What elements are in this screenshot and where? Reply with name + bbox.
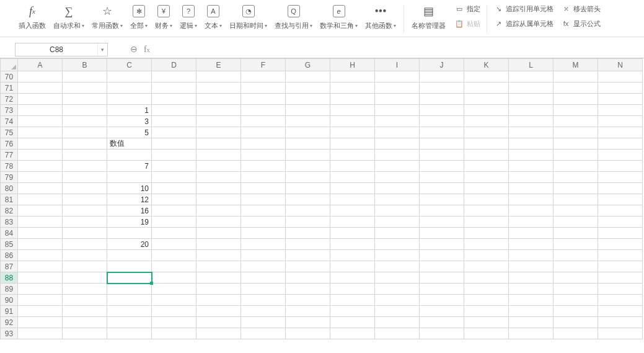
- cell-L76[interactable]: [509, 138, 554, 150]
- cell-M92[interactable]: [554, 317, 598, 328]
- row-header-70[interactable]: 70: [1, 71, 18, 83]
- cell-G83[interactable]: [286, 217, 330, 228]
- cell-C72[interactable]: [107, 94, 152, 105]
- cell-N77[interactable]: [598, 150, 643, 161]
- cell-F85[interactable]: [241, 239, 286, 250]
- cell-C93[interactable]: [107, 328, 152, 339]
- cell-D90[interactable]: [152, 295, 196, 306]
- cell-N70[interactable]: [598, 71, 643, 83]
- row-header-85[interactable]: 85: [1, 239, 18, 250]
- cell-G78[interactable]: [286, 161, 330, 172]
- cell-F79[interactable]: [241, 172, 286, 183]
- cell-F73[interactable]: [241, 105, 286, 116]
- cell-H85[interactable]: [330, 239, 375, 250]
- cell-N75[interactable]: [598, 127, 643, 138]
- row-header-71[interactable]: 71: [1, 83, 18, 94]
- cell-N88[interactable]: [598, 272, 643, 284]
- cell-I78[interactable]: [375, 161, 420, 172]
- cell-B91[interactable]: [63, 306, 107, 317]
- cell-F71[interactable]: [241, 83, 286, 94]
- cell-H83[interactable]: [330, 217, 375, 228]
- column-header-I[interactable]: I: [375, 59, 420, 71]
- row-header-84[interactable]: 84: [1, 228, 18, 239]
- trace-precedents-button[interactable]: ↘ 追踪引用单元格: [491, 2, 556, 15]
- cell-L80[interactable]: [509, 183, 554, 194]
- cell-E83[interactable]: [196, 217, 241, 228]
- cell-N82[interactable]: [598, 205, 643, 217]
- cell-H78[interactable]: [330, 161, 375, 172]
- cell-M76[interactable]: [554, 138, 598, 150]
- cell-B78[interactable]: [63, 161, 107, 172]
- cell-G75[interactable]: [286, 127, 330, 138]
- cell-D86[interactable]: [152, 250, 196, 261]
- cell-G88[interactable]: [286, 272, 330, 284]
- cell-A78[interactable]: [18, 161, 63, 172]
- cell-N92[interactable]: [598, 317, 643, 328]
- cell-C81[interactable]: 12: [107, 194, 152, 205]
- text-button[interactable]: A 文本▾: [205, 2, 222, 30]
- cell-M73[interactable]: [554, 105, 598, 116]
- cell-M81[interactable]: [554, 194, 598, 205]
- cell-L90[interactable]: [509, 295, 554, 306]
- cell-N76[interactable]: [598, 138, 643, 150]
- cell-C89[interactable]: [107, 284, 152, 295]
- cell-K82[interactable]: [464, 205, 509, 217]
- column-header-J[interactable]: J: [420, 59, 464, 71]
- cell-D78[interactable]: [152, 161, 196, 172]
- cell-K79[interactable]: [464, 172, 509, 183]
- cell-J89[interactable]: [420, 284, 464, 295]
- cell-B71[interactable]: [63, 83, 107, 94]
- cell-C91[interactable]: [107, 306, 152, 317]
- cell-I72[interactable]: [375, 94, 420, 105]
- cell-K89[interactable]: [464, 284, 509, 295]
- cell-F81[interactable]: [241, 194, 286, 205]
- column-header-C[interactable]: C: [107, 59, 152, 71]
- cell-C75[interactable]: 5: [107, 127, 152, 138]
- cell-B88[interactable]: [63, 272, 107, 284]
- cell-F77[interactable]: [241, 150, 286, 161]
- cell-F74[interactable]: [241, 116, 286, 127]
- cell-I80[interactable]: [375, 183, 420, 194]
- cell-L74[interactable]: [509, 116, 554, 127]
- cell-D74[interactable]: [152, 116, 196, 127]
- cell-J81[interactable]: [420, 194, 464, 205]
- cell-F93[interactable]: [241, 328, 286, 339]
- column-header-N[interactable]: N: [598, 59, 643, 71]
- cell-G82[interactable]: [286, 205, 330, 217]
- assign-button[interactable]: ▭ 指定: [452, 2, 483, 15]
- cell-B74[interactable]: [63, 116, 107, 127]
- cell-K74[interactable]: [464, 116, 509, 127]
- cell-H84[interactable]: [330, 228, 375, 239]
- cell-K70[interactable]: [464, 71, 509, 83]
- cell-M85[interactable]: [554, 239, 598, 250]
- cell-L78[interactable]: [509, 161, 554, 172]
- cell-A75[interactable]: [18, 127, 63, 138]
- cell-B85[interactable]: [63, 239, 107, 250]
- show-formula-button[interactable]: fx 显示公式: [558, 17, 603, 30]
- cell-J93[interactable]: [420, 328, 464, 339]
- cell-L83[interactable]: [509, 217, 554, 228]
- column-header-A[interactable]: A: [18, 59, 63, 71]
- cell-F89[interactable]: [241, 284, 286, 295]
- cell-M90[interactable]: [554, 295, 598, 306]
- cell-I88[interactable]: [375, 272, 420, 284]
- cell-L72[interactable]: [509, 94, 554, 105]
- name-manager-button[interactable]: ▤ 名称管理器: [412, 2, 446, 30]
- cell-J73[interactable]: [420, 105, 464, 116]
- cell-C87[interactable]: [107, 261, 152, 272]
- cell-E75[interactable]: [196, 127, 241, 138]
- cell-B86[interactable]: [63, 250, 107, 261]
- cell-M70[interactable]: [554, 71, 598, 83]
- cell-I85[interactable]: [375, 239, 420, 250]
- cell-B81[interactable]: [63, 194, 107, 205]
- row-header-73[interactable]: 73: [1, 105, 18, 116]
- cell-G71[interactable]: [286, 83, 330, 94]
- cell-M72[interactable]: [554, 94, 598, 105]
- cell-K90[interactable]: [464, 295, 509, 306]
- row-header-74[interactable]: 74: [1, 116, 18, 127]
- cell-L85[interactable]: [509, 239, 554, 250]
- cell-A71[interactable]: [18, 83, 63, 94]
- row-header-78[interactable]: 78: [1, 161, 18, 172]
- remove-arrows-button[interactable]: ⤫ 移去箭头: [558, 2, 603, 15]
- cell-N89[interactable]: [598, 284, 643, 295]
